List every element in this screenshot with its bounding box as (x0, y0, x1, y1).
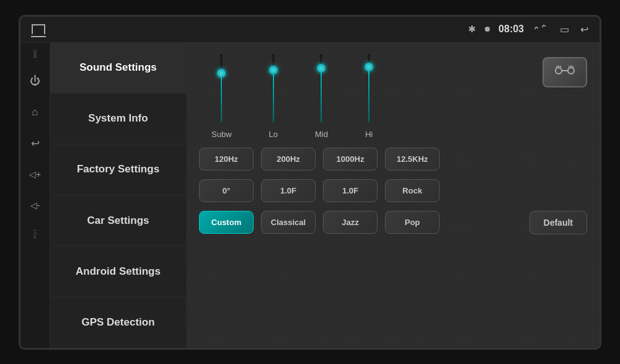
menu-item-gps-detection[interactable]: GPS Detection (50, 297, 186, 347)
settings-btn-0deg[interactable]: 0° (199, 179, 254, 202)
menu-item-system-info[interactable]: System Info (50, 94, 186, 144)
power-icon-btn[interactable]: ⏻ (25, 71, 45, 91)
rst-label: RST (32, 229, 38, 239)
balance-icon (554, 64, 576, 77)
menu-item-factory-settings[interactable]: Factory Settings (50, 144, 186, 195)
settings-btn-1f-2[interactable]: 1.0F (323, 179, 378, 202)
left-menu: Sound Settings System Info Factory Setti… (50, 43, 187, 348)
home-status-icon (32, 24, 45, 34)
slider-track-hi[interactable] (368, 54, 370, 122)
home-icon-btn[interactable]: ⌂ (25, 102, 45, 122)
slider-track-mid[interactable] (320, 54, 322, 122)
mic-label: MIC (32, 49, 38, 58)
volume-up-icon-btn[interactable]: ◁+ (25, 164, 45, 184)
eq-slider-subw: Subw (211, 54, 232, 139)
eq-slider-mid: Mid (315, 54, 328, 139)
back-icon-btn[interactable]: ↩ (25, 133, 45, 153)
freq-btn-200hz[interactable]: 200Hz (261, 148, 316, 171)
screen-icon[interactable]: ▭ (560, 24, 569, 35)
status-time: 08:03 (498, 24, 524, 35)
freq-btn-120hz[interactable]: 120Hz (199, 148, 254, 171)
preset-btn-pop[interactable]: Pop (385, 211, 440, 234)
signal-icon[interactable]: ⌃⌃ (531, 21, 550, 37)
nav-icons: ⌃⌃ ▭ ↩ (533, 24, 588, 35)
settings-row: 0° 1.0F 1.0F Rock (199, 179, 587, 202)
eq-section: Subw Lo (199, 54, 587, 139)
preset-btn-custom[interactable]: Custom (199, 211, 254, 234)
balance-button[interactable] (542, 57, 587, 87)
svg-point-0 (556, 68, 562, 74)
preset-btn-jazz[interactable]: Jazz (323, 211, 378, 234)
back-nav-icon[interactable]: ↩ (580, 24, 588, 35)
bluetooth-icon: ✱ (468, 24, 476, 35)
menu-item-android-settings[interactable]: Android Settings (50, 246, 186, 297)
eq-sliders: Subw Lo (199, 54, 542, 139)
preset-row: Custom Classical Jazz Pop Default (199, 211, 587, 234)
sidebar-icons: MIC ⏻ ⌂ ↩ ◁+ ◁- RST (20, 43, 50, 348)
right-panel: Subw Lo (187, 43, 600, 348)
slider-track-subw[interactable] (220, 54, 223, 122)
preset-buttons: Custom Classical Jazz Pop (199, 211, 440, 234)
settings-btn-rock[interactable]: Rock (385, 179, 440, 202)
slider-label-subw: Subw (211, 130, 232, 139)
menu-item-sound-settings[interactable]: Sound Settings (50, 43, 186, 94)
status-right: ✱ 08:03 ⌃⌃ ▭ ↩ (468, 24, 588, 35)
slider-label-hi: Hi (365, 130, 373, 139)
freq-btn-1000hz[interactable]: 1000Hz (323, 148, 378, 171)
slider-track-lo[interactable] (272, 54, 275, 122)
default-button[interactable]: Default (529, 211, 587, 234)
eq-slider-hi: Hi (365, 54, 373, 139)
status-left (32, 24, 45, 34)
frequency-row: 120Hz 200Hz 1000Hz 12.5KHz (199, 148, 587, 171)
dot-icon (485, 27, 490, 32)
svg-point-1 (568, 68, 574, 74)
main-content: MIC ⏻ ⌂ ↩ ◁+ ◁- RST Sound Settings Syste… (20, 43, 600, 348)
preset-btn-classical[interactable]: Classical (261, 211, 316, 234)
menu-item-car-settings[interactable]: Car Settings (50, 195, 186, 246)
eq-slider-lo: Lo (269, 54, 278, 139)
volume-down-icon-btn[interactable]: ◁- (25, 195, 45, 215)
status-bar: ✱ 08:03 ⌃⌃ ▭ ↩ (20, 17, 600, 43)
slider-label-mid: Mid (315, 130, 328, 139)
settings-btn-1f-1[interactable]: 1.0F (261, 179, 316, 202)
freq-btn-125khz[interactable]: 12.5KHz (385, 148, 440, 171)
slider-label-lo: Lo (269, 130, 278, 139)
